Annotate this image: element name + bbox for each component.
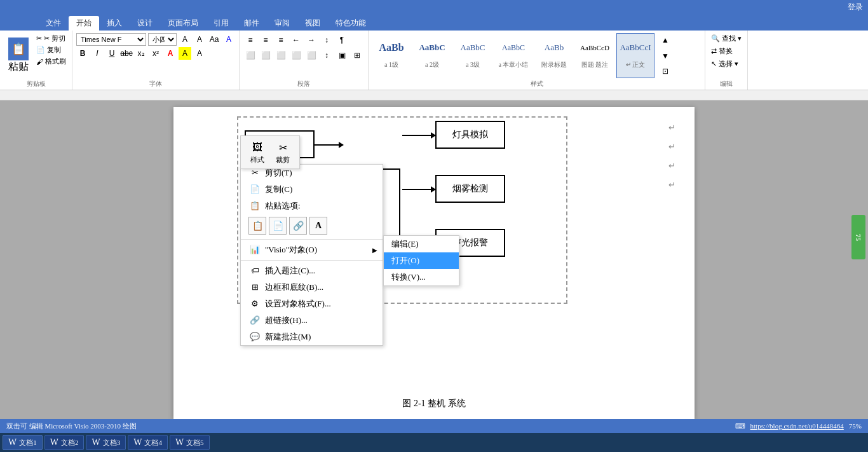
borders-button[interactable]: ⊞ — [350, 48, 364, 62]
increase-indent-button[interactable]: → — [304, 33, 318, 47]
tab-view[interactable]: 视图 — [297, 16, 328, 31]
ctx-visio-object[interactable]: 📊 "Visio"对象(O) ▶ — [241, 242, 383, 258]
paste-opt-1[interactable]: 📋 — [248, 217, 266, 235]
cut-button[interactable]: ✂ ✂ 剪切 — [34, 33, 68, 44]
styles-up-button[interactable]: ▲ — [658, 33, 672, 47]
text-highlight-button[interactable]: A — [179, 47, 191, 60]
line-spacing-button[interactable]: ↕ — [320, 48, 334, 62]
underline-button[interactable]: U — [105, 47, 118, 60]
tab-insert[interactable]: 插入 — [99, 16, 130, 31]
paragraph-mark-2: ↵ — [668, 142, 675, 152]
bullets-button[interactable]: ≡ — [243, 33, 257, 47]
font-bg-button[interactable]: A — [193, 47, 206, 60]
style-h4[interactable]: AaBbC a 本章小结 — [494, 33, 532, 78]
tab-mail[interactable]: 邮件 — [236, 16, 267, 31]
ctx-border[interactable]: ⊞ 边框和底纹(B)... — [241, 279, 383, 296]
paste-button[interactable]: 📋 粘贴 — [4, 33, 33, 78]
scroll-indicator[interactable]: 75 — [851, 215, 865, 259]
format-painter-button[interactable]: 🖌 格式刷 — [34, 56, 68, 67]
status-text: 双击可 编辑 Microsoft Visio 2003-2010 绘图 — [6, 421, 137, 431]
find-button[interactable]: 🔍 查找 ▾ — [709, 33, 743, 44]
taskbar-item-3[interactable]: W 文档3 — [86, 435, 126, 450]
bold-button[interactable]: B — [76, 47, 89, 60]
case-button[interactable]: Aa — [208, 33, 220, 46]
comment-icon: 💬 — [248, 332, 261, 342]
styles-more-button[interactable]: ⊡ — [658, 64, 672, 78]
tab-references[interactable]: 引用 — [206, 16, 236, 31]
columns-button[interactable]: ⬜ — [304, 48, 318, 62]
font-name-select[interactable]: Times New F — [76, 33, 146, 46]
copy-button[interactable]: 📄 复制 — [34, 45, 68, 55]
ctx-insert-caption[interactable]: 🏷 插入题注(C)... — [241, 263, 383, 279]
font-shrink-button[interactable]: A — [193, 33, 206, 46]
mini-style-button[interactable]: 🖼 样式 — [246, 139, 269, 166]
font-grow-button[interactable]: A — [179, 33, 191, 46]
login-label[interactable]: 登录 — [848, 2, 863, 13]
superscript-button[interactable]: x² — [149, 47, 162, 60]
replace-icon: ⇄ — [711, 47, 717, 55]
taskbar-item-1[interactable]: W 文档1 — [3, 435, 43, 450]
paste-label: 粘贴 — [8, 60, 29, 74]
align-left-button[interactable]: ⬜ — [243, 48, 257, 62]
font-color-button[interactable]: A — [164, 47, 177, 60]
visio-submenu: 编辑(E) 打开(O) 转换(V)... — [383, 235, 459, 286]
mini-crop-button[interactable]: ✂ 裁剪 — [271, 139, 294, 166]
replace-button[interactable]: ⇄ 替换 — [709, 46, 743, 57]
subscript-button[interactable]: x₂ — [135, 47, 147, 60]
paste-opt-2[interactable]: 📄 — [269, 217, 287, 235]
smoke-box: 烟雾检测 — [435, 175, 505, 203]
ctx-new-comment[interactable]: 💬 新建批注(M) — [241, 329, 383, 345]
tab-special[interactable]: 特色功能 — [328, 16, 374, 31]
font-size-select[interactable]: 小四 — [148, 33, 177, 46]
font-row-1: Times New F 小四 A A Aa A — [76, 33, 235, 46]
status-keyboard-icon: ⌨ — [735, 422, 745, 430]
tab-design[interactable]: 设计 — [130, 16, 160, 31]
taskbar-item-4[interactable]: W 文档4 — [128, 435, 168, 450]
cut-icon: ✂ — [36, 34, 42, 43]
italic-button[interactable]: I — [91, 47, 104, 60]
style-h4-preview: AaBbC — [496, 35, 531, 60]
status-url[interactable]: https://blog.csdn.net/u014448464 — [750, 422, 844, 430]
sort-button[interactable]: ↕ — [320, 33, 334, 47]
style-h1-preview: AaBb — [374, 35, 409, 60]
paste-opt-3[interactable]: 🔗 — [289, 217, 307, 235]
style-h2[interactable]: AaBbC a 2级 — [413, 33, 451, 78]
tab-layout[interactable]: 页面布局 — [160, 16, 206, 31]
strikethrough-button[interactable]: abc — [120, 47, 133, 60]
style-normal[interactable]: AaBbCcI ↵ 正文 — [616, 33, 654, 78]
multilevel-button[interactable]: ≡ — [274, 33, 288, 47]
align-center-button[interactable]: ⬜ — [259, 48, 273, 62]
paste-opt-4[interactable]: A — [309, 217, 327, 235]
numbering-button[interactable]: ≡ — [259, 33, 273, 47]
mini-crop-icon: ✂ — [275, 140, 290, 155]
align-right-button[interactable]: ⬜ — [274, 48, 288, 62]
show-marks-button[interactable]: ¶ — [335, 33, 349, 47]
tab-file[interactable]: 文件 — [38, 16, 69, 31]
font-label: 字体 — [76, 78, 235, 88]
styles-down-button[interactable]: ▼ — [658, 49, 672, 63]
submenu-edit[interactable]: 编辑(E) — [384, 236, 459, 252]
style-normal-preview: AaBbCcI — [618, 35, 653, 60]
style-h5[interactable]: AaBb 附录标题 — [535, 33, 573, 78]
shading-button[interactable]: ▣ — [335, 48, 349, 62]
paragraph-mark-3: ↵ — [668, 161, 675, 171]
submenu-open[interactable]: 打开(O) — [384, 252, 459, 269]
submenu-convert[interactable]: 转换(V)... — [384, 269, 459, 285]
taskbar-item-2[interactable]: W 文档2 — [44, 435, 85, 450]
ctx-format[interactable]: ⚙ 设置对象格式(F)... — [241, 296, 383, 312]
tab-home[interactable]: 开始 — [69, 16, 99, 31]
taskbar-item-5[interactable]: W 文档5 — [170, 435, 210, 450]
select-button[interactable]: ↖ 选择 ▾ — [709, 58, 743, 69]
highlight-button[interactable]: A — [222, 33, 235, 46]
light-box: 灯具模拟 — [435, 121, 505, 149]
decrease-indent-button[interactable]: ← — [289, 33, 303, 47]
style-h3[interactable]: AaBbC a 3级 — [454, 33, 492, 78]
tab-review[interactable]: 审阅 — [267, 16, 297, 31]
ctx-hyperlink[interactable]: 🔗 超链接(H)... — [241, 312, 383, 329]
style-h1[interactable]: AaBb a 1级 — [372, 33, 410, 78]
style-caption[interactable]: AaBbCcD 图题 题注 — [576, 33, 614, 78]
justify-button[interactable]: ⬜ — [289, 48, 303, 62]
title-bar: 登录 — [0, 0, 868, 14]
ctx-sep-1 — [241, 239, 383, 240]
ctx-copy[interactable]: 📄 复制(C) — [241, 181, 383, 198]
